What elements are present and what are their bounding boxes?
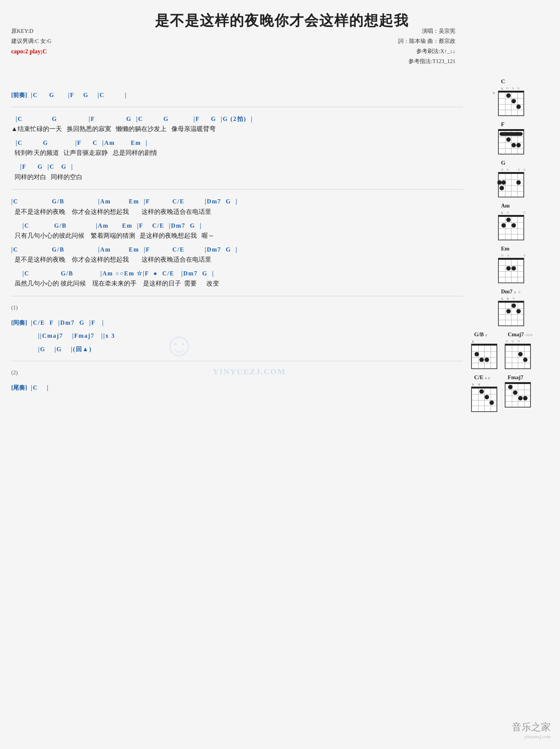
page: 是不是这样的夜晚你才会这样的想起我 原KEY:D 建议男调:C 女:G capo…	[0, 0, 560, 749]
verse1-lyric2: 转到昨天的频道 让声音驱走寂静 总是同样的剧情	[11, 148, 463, 159]
divider-2	[11, 189, 463, 190]
chord-CE-label: C/E x x	[474, 374, 497, 381]
section-prelude: [前奏] |C G |F G |C |	[11, 90, 463, 100]
lyricist-composer: 詞：陈本瑜 曲：蔡宗政	[398, 36, 455, 46]
section-interlude: [间奏] |C/E F |Dm7 G |F | ||Cmaj7 |Fmaj7 |…	[11, 318, 463, 354]
meta-left: 原KEY:D 建议男调:C 女:G capo:2 play;C	[11, 26, 52, 57]
interlude-chord1: |C/E F |Dm7 G |F |	[29, 319, 104, 326]
marker1-text: (1)	[11, 303, 463, 313]
chord-Am: Am x○○	[471, 203, 553, 240]
interlude-chord3: |G |G |(回▲)	[11, 344, 463, 354]
verse1-chord2: |C G |F C |Am Em |	[11, 138, 463, 148]
chord-CE: C/E x x xx	[471, 374, 497, 412]
prelude-chords: |C G |F G |C |	[29, 92, 127, 98]
interlude-chord2: ||Cmaj7 |Fmaj7 ||x 3	[11, 331, 463, 341]
chord-Dm7: Dm7 x ○ xx○	[471, 288, 553, 326]
chord-Cmaj7-label: Cmaj7 ○○○	[508, 331, 533, 338]
marker2: (2)	[11, 368, 463, 378]
chord-Cmaj7: Cmaj7 ○○○ ○○○	[505, 331, 533, 369]
finger-pattern: 参考指法:T123_121	[398, 56, 455, 66]
outro-label: [尾奏]	[11, 384, 27, 391]
chord-Dm7-label: Dm7 x ○	[501, 288, 526, 295]
chord-Em: Em ○○○	[471, 246, 553, 283]
chord-Am-label: Am	[501, 203, 526, 209]
chord-pair-CE-Fmaj7: C/E x x xx	[471, 374, 553, 412]
page-title: 是不是这样的夜晚你才会这样的想起我	[11, 11, 553, 30]
chorus-chord4: |C G/B |Am ○○Em ☆|F ● C/E |Dm7 G |	[11, 268, 463, 278]
bottom-logo-text: 音乐之家	[512, 721, 551, 734]
chorus-lyric3: 是不是这样的夜晚 你才会这样的想起我 这样的夜晚适合在电话里	[11, 255, 463, 265]
strum-pattern: 参考刷法:X↑_↓↓	[398, 46, 455, 56]
chord-GB: G/B x x	[471, 331, 497, 369]
section-chorus: |C G/B |Am Em |F C/E |Dm7 G | 是不是这样的夜晚 你…	[11, 196, 463, 289]
outro-chord: |C |	[29, 384, 49, 391]
section-verse1: |C G |F G |C G |F G |G (2拍) | ▲结束忙碌的一天 换…	[11, 114, 463, 182]
original-key: 原KEY:D	[11, 26, 52, 36]
chorus-chord1: |C G/B |Am Em |F C/E |Dm7 G |	[11, 196, 463, 206]
chorus-lyric4: 虽然几句小心的 彼此问候 现在牵未来的手 是这样的日子 需要 改变	[11, 278, 463, 289]
section-outro: [尾奏] |C |	[11, 383, 463, 393]
marker2-text: (2)	[11, 368, 463, 378]
prelude-label: [前奏]	[11, 92, 27, 98]
chord-G: G ○○○○	[471, 160, 553, 197]
chorus-chord3: |C G/B |Am Em |F C/E |Dm7 G |	[11, 244, 463, 255]
chord-Em-label: Em	[501, 246, 526, 252]
verse1-chord1: |C G |F G |C G |F G |G (2拍) |	[11, 114, 463, 124]
meta-right: 演唱：吴宗宪 詞：陈本瑜 曲：蔡宗政 参考刷法:X↑_↓↓ 参考指法:T123_…	[398, 26, 455, 66]
capo-info: capo:2 play;C	[11, 46, 52, 57]
suggested-key: 建议男调:C 女:G	[11, 36, 52, 46]
chord-Fmaj7-label: Fmaj7	[508, 374, 531, 381]
bottom-logo: 音乐之家 yinyuezj.com	[512, 721, 551, 740]
divider-3	[11, 296, 463, 296]
chord-G-label: G	[501, 160, 526, 166]
chorus-lyric1: 是不是这样的夜晚 你才会这样的想起我 这样的夜晚适合在电话里	[11, 207, 463, 218]
chord-C: C x○○○ x	[471, 78, 553, 116]
bottom-logo-sub: yinyuezj.com	[512, 734, 551, 740]
divider-4	[11, 361, 463, 361]
verse1-chord3: |F G |C G |	[11, 162, 463, 172]
singer: 演唱：吴宗宪	[398, 26, 455, 36]
verse1-lyric3: 同样的对白 同样的空白	[11, 172, 463, 183]
chord-GB-label: G/B x	[474, 331, 497, 338]
verse1-lyric1: ▲结束忙碌的一天 换回熟悉的寂寞 懒懒的躺在沙发上 像母亲温暖臂弯	[11, 124, 463, 135]
interlude-label: [间奏]	[11, 319, 27, 326]
chorus-lyric2: 只有几句小心的彼此问候 繁着两端的猜测 是这样的夜晚想起我 喔～	[11, 231, 463, 241]
chord-F-label: F	[501, 121, 526, 128]
main-content: [前奏] |C G |F G |C | |C G |F G |C G |F G …	[11, 90, 463, 393]
marker1: (1)	[11, 303, 463, 313]
chord-Fmaj7: Fmaj7	[505, 374, 531, 408]
chord-C-label: C	[501, 78, 526, 85]
chord-diagrams: C x○○○ x	[471, 78, 553, 412]
chorus-chord2: |C G/B |Am Em |F C/E |Dm7 G |	[11, 221, 463, 231]
chord-pair-GB-Cmaj7: G/B x x	[471, 331, 553, 369]
divider-1	[11, 107, 463, 107]
chord-F: F	[471, 121, 553, 155]
